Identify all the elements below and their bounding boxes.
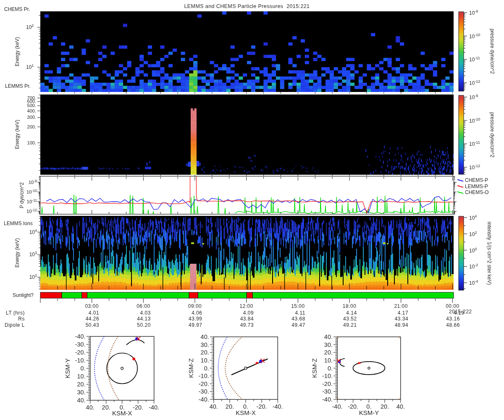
svg-text:30.: 30. <box>201 341 209 348</box>
svg-text:pressure dyne/cm^2: pressure dyne/cm^2 <box>489 29 495 74</box>
svg-text:KSM-Z: KSM-Z <box>311 358 318 378</box>
svg-text:Rs: Rs <box>18 316 25 322</box>
svg-text:104: 104 <box>29 228 37 235</box>
svg-text:10-4: 10-4 <box>469 279 478 286</box>
svg-text:-30.: -30. <box>322 388 333 395</box>
svg-text:LEMMS Ions: LEMMS Ions <box>4 220 33 226</box>
svg-text:103: 103 <box>29 251 37 257</box>
svg-text:LT (hrs): LT (hrs) <box>6 310 25 316</box>
svg-text:4.09: 4.09 <box>243 310 254 316</box>
svg-text:49.47: 49.47 <box>291 322 305 328</box>
svg-text:KSM-X: KSM-X <box>236 409 256 416</box>
svg-text:40.: 40. <box>77 397 86 404</box>
svg-text:intensity 1/(s cm^2 ster keV): intensity 1/(s cm^2 ster keV) <box>486 222 492 285</box>
svg-text:40.: 40. <box>86 404 94 411</box>
svg-text:40.: 40. <box>201 333 209 340</box>
svg-text:15:00: 15:00 <box>291 303 305 309</box>
svg-text:4.14: 4.14 <box>346 310 357 316</box>
svg-text:43.68: 43.68 <box>291 316 305 322</box>
svg-text:49.21: 49.21 <box>343 322 357 328</box>
svg-text:Energy (keV): Energy (keV) <box>14 238 20 268</box>
svg-text:4.17: 4.17 <box>398 310 408 316</box>
svg-text:-40.: -40. <box>273 403 283 410</box>
svg-text:CHEMS-O: CHEMS-O <box>465 189 489 195</box>
svg-text:-20.: -20. <box>348 403 358 410</box>
svg-text:20.: 20. <box>324 349 333 356</box>
svg-text:10-2: 10-2 <box>469 263 478 270</box>
svg-text:43.34: 43.34 <box>395 316 409 322</box>
svg-text:50.20: 50.20 <box>137 322 151 328</box>
svg-text:10-12: 10-12 <box>26 208 37 214</box>
svg-text:48.94: 48.94 <box>395 322 409 328</box>
svg-text:20.: 20. <box>77 381 86 388</box>
svg-text:-10.: -10. <box>322 373 333 379</box>
svg-text:CHEMS Pr.: CHEMS Pr. <box>4 6 30 12</box>
svg-text:20.: 20. <box>201 349 209 356</box>
svg-text:4.19: 4.19 <box>454 310 464 316</box>
svg-text:500.: 500. <box>27 103 36 108</box>
svg-text:09:00: 09:00 <box>188 303 202 309</box>
svg-text:49.97: 49.97 <box>189 322 202 328</box>
svg-text:10-11: 10-11 <box>469 140 480 147</box>
svg-text:43.84: 43.84 <box>240 316 254 322</box>
svg-text:10-9: 10-9 <box>469 9 478 16</box>
svg-text:43.16: 43.16 <box>446 316 460 322</box>
svg-text:-30.: -30. <box>75 341 86 348</box>
svg-text:10-12: 10-12 <box>469 79 480 86</box>
svg-text:10.: 10. <box>324 357 333 364</box>
svg-text:102: 102 <box>26 24 34 30</box>
svg-text:10-10: 10-10 <box>469 117 480 124</box>
svg-text:10-10: 10-10 <box>26 189 37 195</box>
svg-text:10-11: 10-11 <box>27 198 37 205</box>
svg-text:10.: 10. <box>201 357 209 364</box>
svg-text:Sunlight?: Sunlight? <box>13 292 34 298</box>
svg-text:40.: 40. <box>324 333 333 340</box>
svg-text:-40.: -40. <box>332 403 343 410</box>
svg-text:10-10: 10-10 <box>469 33 480 39</box>
svg-text:18:00: 18:00 <box>343 303 357 309</box>
svg-text:10-11: 10-11 <box>469 56 480 63</box>
svg-text:-40.: -40. <box>322 396 333 403</box>
svg-text:-20.: -20. <box>133 404 143 411</box>
svg-text:300.: 300. <box>27 115 36 120</box>
svg-text:50.43: 50.43 <box>86 322 100 328</box>
svg-text:44.13: 44.13 <box>137 316 151 322</box>
svg-text:LEMMS Pr.: LEMMS Pr. <box>5 83 31 89</box>
svg-text:Dipole L: Dipole L <box>5 322 25 328</box>
svg-text:100.: 100. <box>27 140 36 145</box>
svg-text:400.: 400. <box>27 108 36 113</box>
svg-text:10-9: 10-9 <box>29 179 37 185</box>
svg-text:03:00: 03:00 <box>85 303 99 309</box>
svg-text:43.52: 43.52 <box>343 316 357 322</box>
svg-text:-30.: -30. <box>199 388 209 395</box>
svg-text:-10.: -10. <box>199 373 209 379</box>
svg-text:44.26: 44.26 <box>86 316 100 322</box>
svg-text:102: 102 <box>469 231 477 237</box>
svg-text:KSM-Z: KSM-Z <box>187 358 194 378</box>
svg-text:12:00: 12:00 <box>239 303 253 309</box>
svg-text:104: 104 <box>469 214 477 221</box>
svg-text:101: 101 <box>26 63 34 70</box>
svg-text:-40.: -40. <box>199 396 209 403</box>
svg-text:49.73: 49.73 <box>240 322 254 328</box>
svg-text:10-12: 10-12 <box>469 164 480 171</box>
svg-text:0.: 0. <box>328 365 333 372</box>
svg-text:KSM-Y: KSM-Y <box>359 409 379 416</box>
svg-text:Energy (keV): Energy (keV) <box>14 37 20 66</box>
svg-text:48.66: 48.66 <box>446 322 460 328</box>
svg-text:LEMMS and CHEMS Particle Press: LEMMS and CHEMS Particle Pressures 2015:… <box>184 3 310 9</box>
svg-text:4.03: 4.03 <box>140 310 151 316</box>
svg-text:10-9: 10-9 <box>469 94 478 100</box>
svg-text:40.: 40. <box>396 403 405 410</box>
svg-text:-20.: -20. <box>199 381 209 387</box>
svg-text:10.: 10. <box>77 373 86 380</box>
svg-text:-40.: -40. <box>75 333 86 340</box>
svg-text:P dyn/cm^2: P dyn/cm^2 <box>19 182 25 208</box>
svg-text:20.: 20. <box>381 403 389 410</box>
svg-text:4.01: 4.01 <box>89 310 99 316</box>
svg-text:21:00: 21:00 <box>394 303 408 309</box>
svg-text:4.11: 4.11 <box>295 310 305 316</box>
svg-text:KSM-Y: KSM-Y <box>64 358 71 378</box>
svg-text:20.: 20. <box>226 403 234 410</box>
svg-text:200.: 200. <box>27 124 36 129</box>
